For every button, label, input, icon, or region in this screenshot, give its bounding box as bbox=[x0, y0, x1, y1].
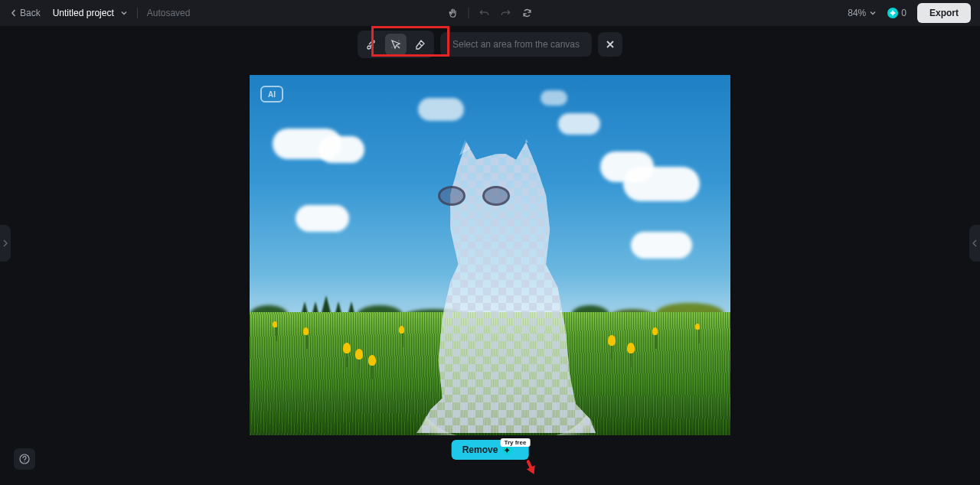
toolbar-hint: Select an area from the canvas bbox=[440, 32, 592, 57]
help-icon bbox=[19, 454, 30, 464]
chevron-down-icon bbox=[120, 9, 128, 17]
export-button[interactable]: Export bbox=[917, 3, 971, 23]
canvas[interactable]: AI bbox=[250, 75, 730, 435]
brush-tool[interactable] bbox=[361, 34, 382, 55]
selection-toolbar: Select an area from the canvas bbox=[358, 31, 622, 58]
cloud bbox=[541, 90, 567, 106]
cloud bbox=[418, 98, 464, 121]
remove-button[interactable]: Remove Try free bbox=[452, 440, 529, 460]
credit-count: 0 bbox=[901, 8, 906, 18]
svg-marker-0 bbox=[890, 10, 896, 16]
cloud bbox=[296, 205, 349, 232]
left-panel-toggle[interactable] bbox=[0, 225, 11, 262]
remove-label: Remove bbox=[462, 444, 498, 455]
annotation-arrow bbox=[527, 456, 545, 479]
credits-display[interactable]: 0 bbox=[887, 8, 906, 18]
svg-marker-3 bbox=[505, 448, 510, 453]
cat-sunglasses bbox=[438, 186, 510, 207]
zoom-value: 84% bbox=[848, 8, 866, 18]
svg-point-4 bbox=[20, 454, 29, 464]
autosaved-status: Autosaved bbox=[147, 8, 191, 18]
hand-tool-icon[interactable] bbox=[447, 7, 459, 19]
back-button[interactable]: Back bbox=[9, 8, 41, 18]
cloud bbox=[600, 151, 654, 182]
right-panel-toggle[interactable] bbox=[969, 225, 980, 262]
chevron-down-icon bbox=[869, 9, 877, 17]
svg-point-2 bbox=[391, 47, 392, 48]
center-tools bbox=[447, 7, 534, 19]
chevron-right-icon bbox=[3, 239, 8, 247]
chevron-left-icon bbox=[9, 8, 18, 18]
cloud bbox=[631, 232, 692, 259]
eraser-tool[interactable] bbox=[410, 34, 431, 55]
cloud bbox=[558, 113, 600, 135]
canvas-container: AI bbox=[250, 75, 730, 435]
tool-group bbox=[358, 31, 434, 58]
close-icon bbox=[606, 40, 615, 49]
chevron-left-icon bbox=[972, 239, 977, 247]
help-button[interactable] bbox=[14, 448, 35, 470]
divider bbox=[137, 8, 138, 18]
project-title-section[interactable]: Untitled project bbox=[53, 8, 128, 18]
cloud bbox=[318, 136, 364, 163]
ai-badge: AI bbox=[260, 86, 283, 103]
redo-icon[interactable] bbox=[500, 7, 512, 19]
refresh-icon[interactable] bbox=[521, 7, 534, 19]
zoom-control[interactable]: 84% bbox=[848, 8, 877, 18]
app-header: Back Untitled project Autosaved 84% bbox=[0, 0, 980, 26]
undo-icon[interactable] bbox=[479, 7, 491, 19]
svg-point-1 bbox=[398, 41, 399, 41]
close-toolbar-button[interactable] bbox=[598, 32, 622, 57]
try-free-badge: Try free bbox=[500, 438, 530, 447]
credit-coin-icon bbox=[887, 8, 898, 18]
divider bbox=[469, 8, 469, 18]
auto-select-tool[interactable] bbox=[385, 34, 407, 55]
project-title: Untitled project bbox=[53, 8, 114, 18]
right-tools: 84% 0 Export bbox=[848, 3, 971, 23]
back-label: Back bbox=[20, 8, 41, 18]
